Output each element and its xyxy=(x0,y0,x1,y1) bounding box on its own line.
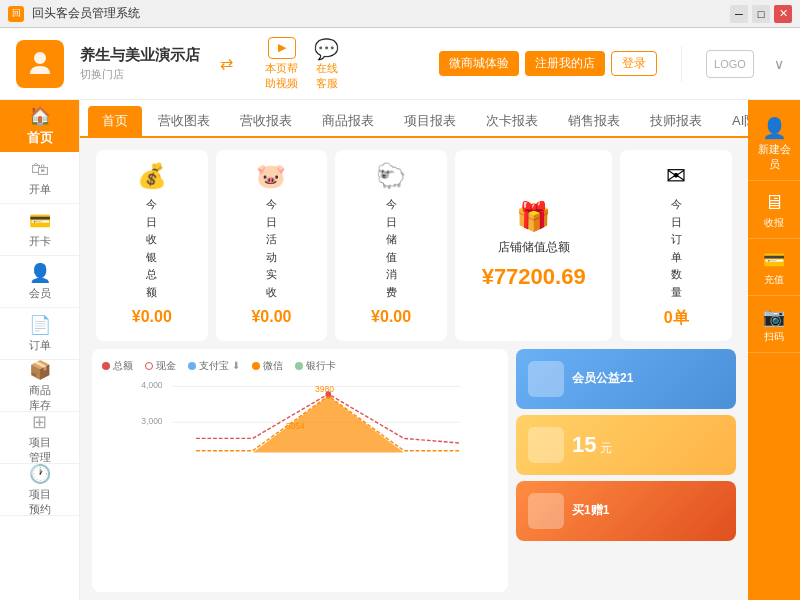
activity-value: ¥0.00 xyxy=(251,308,291,326)
new-member-btn[interactable]: 👤 新建会 员 xyxy=(748,108,800,181)
right-action-panel: 👤 新建会 员 🖥 收报 💳 充值 📷 扫码 xyxy=(748,100,800,600)
card-icon: 💳 xyxy=(29,210,51,232)
login-btn[interactable]: 登录 xyxy=(611,51,657,76)
tab-bar: 首页 营收图表 营收报表 商品报表 项目报表 次卡报表 销售报表 技师报表 AI… xyxy=(80,100,748,138)
header-shop-info: 养生与美业演示店 切换门店 xyxy=(80,46,200,82)
tab-project-report[interactable]: 项目报表 xyxy=(390,106,470,136)
bill-label: 订单 xyxy=(29,338,51,353)
member-icon: 👤 xyxy=(29,262,51,284)
bottom-row: 总额 现金 支付宝 ⬇ 微信 xyxy=(80,349,748,600)
mail-icon: ✉ xyxy=(666,162,686,190)
legend-dot-total xyxy=(102,362,110,370)
order-icon: 🛍 xyxy=(31,159,49,180)
bill-icon: 📄 xyxy=(29,314,51,336)
sidebar-item-goods[interactable]: 📦 商品库存 xyxy=(0,360,79,412)
sidebar-item-booking[interactable]: 🕐 项目预约 xyxy=(0,464,79,516)
tab-ai[interactable]: AI队客 xyxy=(718,106,748,136)
legend-dot-wechat xyxy=(252,362,260,370)
order-label: 开单 xyxy=(29,182,51,197)
revenue-chart: 总额 现金 支付宝 ⬇ 微信 xyxy=(92,349,508,592)
stat-card-cash: 💰 今日收银总额 ¥0.00 xyxy=(96,150,208,341)
new-member-label2: 员 xyxy=(769,157,780,172)
help-video-btn[interactable]: ▶ 本页帮 助视频 xyxy=(265,37,298,91)
consume-label: 今日储值消费 xyxy=(386,196,397,302)
promo-yellow-number: 15 xyxy=(572,432,596,457)
header-logo xyxy=(16,40,64,88)
project-mgmt-icon: ⊞ xyxy=(32,411,47,433)
maximize-button[interactable]: □ xyxy=(752,5,770,23)
home-label: 首页 xyxy=(27,129,53,147)
legend-dot-alipay xyxy=(188,362,196,370)
home-icon: 🏠 xyxy=(29,105,51,127)
promo-card-red[interactable]: 买1赠1 xyxy=(516,481,736,541)
promo-cards: 会员公益21 15 元 买1赠1 xyxy=(516,349,736,592)
wechat-store-btn[interactable]: 微商城体验 xyxy=(439,51,519,76)
tab-revenue-chart[interactable]: 营收图表 xyxy=(144,106,224,136)
register-btn[interactable]: 注册我的店 xyxy=(525,51,605,76)
promo-blue-content: 会员公益21 xyxy=(528,361,633,397)
tab-goods-report[interactable]: 商品报表 xyxy=(308,106,388,136)
new-member-icon: 👤 xyxy=(762,116,787,140)
promo-red-img xyxy=(528,493,564,529)
cashier-btn[interactable]: 🖥 收报 xyxy=(748,183,800,239)
chevron-down-icon[interactable]: ∨ xyxy=(774,56,784,72)
scan-btn[interactable]: 📷 扫码 xyxy=(748,298,800,353)
stats-row: 💰 今日收银总额 ¥0.00 🐷 今日活动实收 ¥0.00 🐑 今日储值消费 ¥… xyxy=(80,138,748,349)
tab-home[interactable]: 首页 xyxy=(88,106,142,136)
header-divider xyxy=(681,46,682,82)
sidebar-item-home[interactable]: 🏠 首页 xyxy=(0,100,79,152)
recharge-btn[interactable]: 💳 充值 xyxy=(748,241,800,296)
title-bar: 回 回头客会员管理系统 ─ □ ✕ xyxy=(0,0,800,28)
recharge-label: 充值 xyxy=(764,273,784,287)
svg-text:3,000: 3,000 xyxy=(141,416,163,426)
switch-store-link[interactable]: 切换门店 xyxy=(80,67,200,82)
store-label: 店铺储值总额 xyxy=(498,239,570,256)
sidebar-item-member[interactable]: 👤 会员 xyxy=(0,256,79,308)
promo-card-yellow[interactable]: 15 元 xyxy=(516,415,736,475)
legend-total: 总额 xyxy=(102,359,133,373)
sidebar-item-project-mgmt[interactable]: ⊞ 项目管理 xyxy=(0,412,79,464)
new-member-label: 新建会 xyxy=(758,142,791,157)
main-layout: 🏠 首页 🛍 开单 💳 开卡 👤 会员 📄 订单 📦 商品库存 ⊞ 项目管理 � xyxy=(0,100,800,600)
sidebar-item-order[interactable]: 🛍 开单 xyxy=(0,152,79,204)
svg-point-0 xyxy=(34,52,46,64)
online-service-btn[interactable]: 💬 在线 客服 xyxy=(314,37,339,91)
tab-card-report[interactable]: 次卡报表 xyxy=(472,106,552,136)
stat-card-orders: ✉ 今日订单数量 0单 xyxy=(620,150,732,341)
project-mgmt-label: 项目管理 xyxy=(29,435,51,465)
goods-icon: 📦 xyxy=(29,359,51,381)
scan-icon: 📷 xyxy=(763,306,785,328)
header: 养生与美业演示店 切换门店 ⇄ ▶ 本页帮 助视频 💬 在线 客服 微商城体验 … xyxy=(0,28,800,100)
minimize-button[interactable]: ─ xyxy=(730,5,748,23)
consume-value: ¥0.00 xyxy=(371,308,411,326)
title-text: 回头客会员管理系统 xyxy=(32,5,140,22)
svg-text:3980: 3980 xyxy=(315,384,334,394)
svg-text:3054: 3054 xyxy=(286,421,305,431)
service-label: 客服 xyxy=(316,76,338,91)
svg-text:4,000: 4,000 xyxy=(141,380,163,390)
sidebar-item-card[interactable]: 💳 开卡 xyxy=(0,204,79,256)
online-label: 在线 xyxy=(316,61,338,76)
legend-label-cash: 现金 xyxy=(156,359,176,373)
svg-point-9 xyxy=(326,391,332,397)
cash-value: ¥0.00 xyxy=(132,308,172,326)
legend-bank: 银行卡 xyxy=(295,359,336,373)
cashier-label: 收报 xyxy=(764,216,784,230)
tab-sales-report[interactable]: 销售报表 xyxy=(554,106,634,136)
cash-label: 今日收银总额 xyxy=(146,196,157,302)
refresh-icon[interactable]: ⇄ xyxy=(220,54,233,73)
svg-marker-5 xyxy=(253,395,404,452)
close-button[interactable]: ✕ xyxy=(774,5,792,23)
cash-icon: 💰 xyxy=(137,162,167,190)
legend-cash: 现金 xyxy=(145,359,176,373)
legend-label-total: 总额 xyxy=(113,359,133,373)
booking-label: 项目预约 xyxy=(29,487,51,517)
booking-icon: 🕐 xyxy=(29,463,51,485)
shop-name: 养生与美业演示店 xyxy=(80,46,200,65)
chat-icon: 💬 xyxy=(314,37,339,61)
tab-tech-report[interactable]: 技师报表 xyxy=(636,106,716,136)
promo-card-blue[interactable]: 会员公益21 xyxy=(516,349,736,409)
app-icon: 回 xyxy=(8,6,24,22)
sidebar-item-bill[interactable]: 📄 订单 xyxy=(0,308,79,360)
tab-revenue-report[interactable]: 营收报表 xyxy=(226,106,306,136)
